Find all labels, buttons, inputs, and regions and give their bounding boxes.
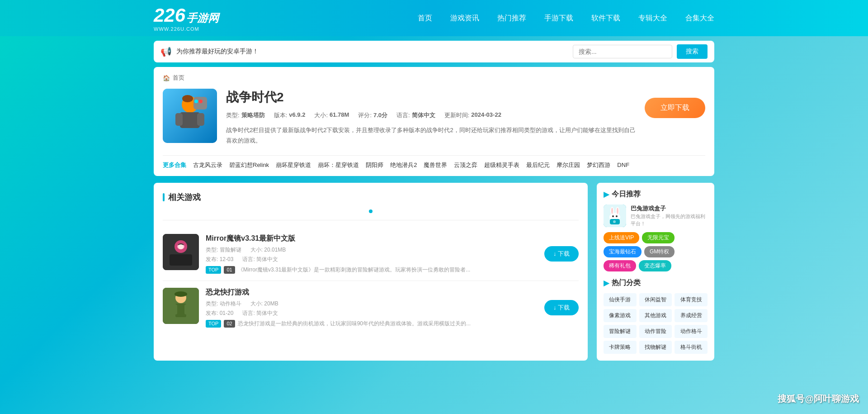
game-rating: 评分: 7.0分 (358, 111, 387, 119)
tag-btn-diamond[interactable]: 宝海最钻石 (604, 246, 642, 257)
item-date-1: 发布: 12-03 (206, 256, 233, 263)
tag-link-4[interactable]: 崩坏：星穿铁道 (318, 161, 359, 169)
svg-point-25 (611, 208, 613, 214)
tag-link-13[interactable]: DNF (617, 162, 629, 168)
hot-cat-item-10[interactable]: 卡牌策略 (604, 341, 637, 354)
nav-item-专辑大全[interactable]: 专辑大全 (638, 14, 667, 23)
item-type-2: 类型: 动作格斗 (206, 300, 241, 308)
game-item-tags-2: TOP 02 恐龙快打游戏是一款经典的街机游戏，让玩家回味90年代的经典游戏体验… (206, 320, 538, 328)
game-item-info-1: Mirror魔镜v3.31最新中文版 类型: 冒险解谜 大小: 20.01MB … (206, 234, 538, 274)
arrow-icon: ▶ (604, 190, 609, 199)
hot-cat-item-9[interactable]: 动作格斗 (675, 325, 708, 338)
search-section: 📢 为你推荐最好玩的安卓手游！ 搜索 (145, 36, 723, 67)
main-download-button[interactable]: 立即下载 (645, 98, 705, 118)
game-update: 更新时间: 2024-03-22 (444, 111, 501, 119)
game-title: 战争时代2 (226, 89, 636, 106)
main-column: 相关游戏 Mirror魔镜v (154, 183, 588, 361)
search-input[interactable] (573, 45, 672, 58)
tag-link-2[interactable]: 碧蓝幻想Relink (229, 161, 269, 169)
nav-item-游戏资讯[interactable]: 游戏资讯 (450, 14, 479, 23)
tag-link-7[interactable]: 魔兽世界 (424, 161, 447, 169)
game-list-item: Mirror魔镜v3.31最新中文版 类型: 冒险解谜 大小: 20.01MB … (163, 227, 579, 281)
rec-item[interactable]: 巴兔游戏盒子 巴兔游戏盒子，网领先的游戏福利平台！ (604, 205, 708, 228)
item-desc-2: 恐龙快打游戏是一款经典的街机游戏，让玩家回味90年代的经典游戏体验。游戏采用横版… (238, 320, 471, 328)
two-col-layout: 相关游戏 Mirror魔镜v (154, 183, 714, 361)
hot-cat-item-7[interactable]: 冒险解谜 (604, 325, 637, 338)
download-button-1[interactable]: ↓ 下载 (544, 246, 579, 262)
tag-link-9[interactable]: 超级精灵手表 (484, 161, 519, 169)
related-games-title: 相关游戏 (163, 192, 579, 203)
item-size-1: 大小: 20.01MB (250, 246, 286, 254)
tag-top-2: TOP (206, 320, 221, 328)
svg-rect-17 (172, 305, 177, 314)
search-button[interactable]: 搜索 (677, 44, 708, 59)
hot-cat-item-4[interactable]: 像素游戏 (604, 309, 637, 322)
hot-cat-item-6[interactable]: 养成经营 (675, 309, 708, 322)
game-thumb-1 (163, 234, 199, 270)
tag-num-2: 02 (224, 320, 235, 328)
game-item-meta-2: 类型: 动作格斗 大小: 20MB (206, 300, 538, 308)
tag-link-1[interactable]: 古龙风云录 (193, 161, 222, 169)
game-version: 版本: v6.9.2 (274, 111, 306, 119)
game-detail: 战争时代2 类型: 策略塔防 版本: v6.9.2 大小: 61.78M 评分:… (163, 89, 705, 146)
hot-cat-item-12[interactable]: 格斗街机 (675, 341, 708, 354)
svg-rect-12 (170, 254, 192, 266)
tag-link-10[interactable]: 最后纪元 (526, 161, 550, 169)
tag-link-5[interactable]: 阴阳师 (366, 161, 383, 169)
svg-rect-5 (193, 97, 207, 109)
item-desc-1: 《Mirror魔镜v3.31最新中文版》是一款精彩刺激的冒险解谜游戏。玩家将扮演… (238, 266, 471, 274)
hot-cat-item-11[interactable]: 找物解谜 (639, 341, 672, 354)
svg-rect-18 (184, 305, 190, 314)
game-thumb-2 (163, 288, 199, 324)
tag-link-3[interactable]: 崩坏星穿铁道 (276, 161, 311, 169)
breadcrumb: 🏠 首页 (163, 74, 705, 82)
hot-cat-item-8[interactable]: 动作冒险 (639, 325, 672, 338)
nav-item-热门推荐[interactable]: 热门推荐 (497, 14, 526, 23)
rec-info: 巴兔游戏盒子 巴兔游戏盒子，网领先的游戏福利平台！ (631, 205, 708, 228)
hot-cat-item-2[interactable]: 休闲益智 (639, 293, 672, 306)
nav-item-软件下载[interactable]: 软件下载 (591, 14, 620, 23)
tag-btn-gm[interactable]: GM特权 (644, 246, 675, 257)
tag-btn-vip[interactable]: 上线送VIP (604, 232, 639, 243)
tag-btn-coins[interactable]: 无限元宝 (642, 232, 675, 243)
tag-btn-gift[interactable]: 稀有礼包 (604, 260, 636, 271)
more-collections-link[interactable]: 更多合集 (163, 161, 186, 169)
svg-point-6 (194, 100, 198, 103)
nav-item-合集大全[interactable]: 合集大全 (685, 14, 714, 23)
tag-link-8[interactable]: 云顶之弈 (454, 161, 477, 169)
logo-number: 226 (154, 5, 185, 26)
game-info: 战争时代2 类型: 策略塔防 版本: v6.9.2 大小: 61.78M 评分:… (226, 89, 636, 146)
today-recommend: ▶ 今日推荐 (604, 190, 708, 271)
tag-link-12[interactable]: 梦幻西游 (587, 161, 610, 169)
svg-point-28 (616, 215, 618, 217)
svg-rect-3 (175, 113, 183, 126)
hot-cat-item-5[interactable]: 其他游戏 (639, 309, 672, 322)
site-logo[interactable]: 226 手游网 WWW.226U.COM (154, 5, 219, 32)
main-nav: 首页游戏资讯热门推荐手游下载软件下载专辑大全合集大全 (418, 14, 714, 23)
svg-rect-2 (180, 112, 200, 128)
nav-item-首页[interactable]: 首页 (418, 14, 432, 23)
download-button-2[interactable]: ↓ 下载 (544, 300, 579, 315)
announcement-icon: 📢 (160, 46, 172, 57)
item-lang-1: 语言: 简体中文 (242, 256, 278, 263)
game-cover (163, 89, 217, 143)
svg-point-30 (613, 220, 616, 223)
tag-link-6[interactable]: 绝地潜兵2 (390, 161, 417, 169)
svg-rect-20 (176, 292, 185, 295)
svg-point-8 (182, 95, 193, 102)
hot-cats-title: ▶ 热门分类 (604, 278, 708, 288)
tag-btn-rate[interactable]: 变态爆率 (639, 260, 671, 271)
download-btn-wrap: 立即下载 (645, 89, 705, 118)
tag-link-11[interactable]: 摩尔庄园 (557, 161, 580, 169)
divider-dot (369, 209, 373, 213)
hot-cat-item-1[interactable]: 仙侠手游 (604, 293, 637, 306)
rec-title: 巴兔游戏盒子 (631, 205, 708, 213)
hot-categories: ▶ 热门分类 仙侠手游 休闲益智 体育竞技 像素游戏 其他游戏 养成经营 冒险解… (604, 278, 708, 354)
game-list-item-2: 恐龙快打游戏 类型: 动作格斗 大小: 20MB 发布: 01-20 语言: 简… (163, 281, 579, 334)
watermark: 搜狐号@阿叶聊游戏 (778, 393, 859, 405)
hot-cat-item-3[interactable]: 体育竞技 (675, 293, 708, 306)
game-item-title-1: Mirror魔镜v3.31最新中文版 (206, 234, 538, 243)
nav-item-手游下载[interactable]: 手游下载 (544, 14, 573, 23)
home-icon: 🏠 (163, 75, 170, 81)
breadcrumb-home[interactable]: 首页 (173, 74, 184, 82)
